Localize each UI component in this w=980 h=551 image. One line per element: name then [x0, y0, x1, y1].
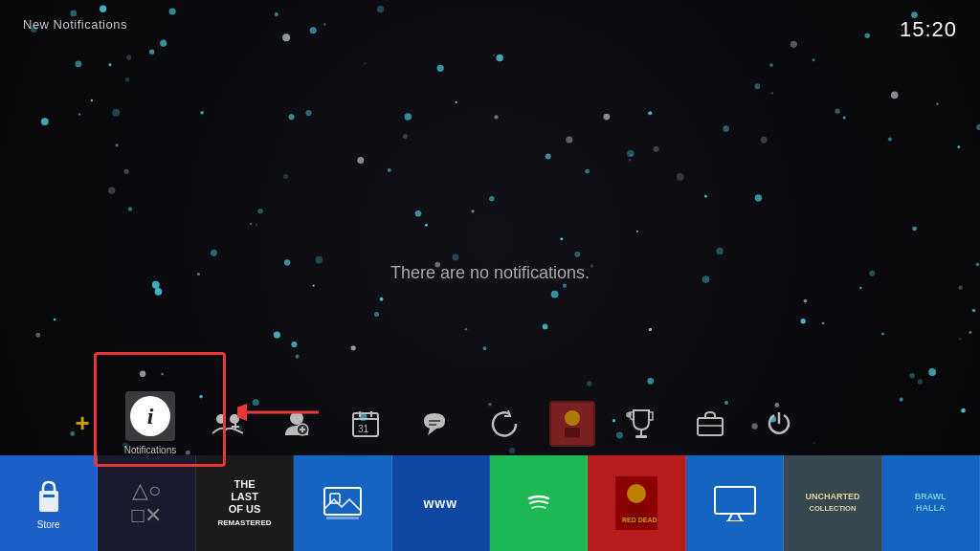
svg-rect-26 — [43, 495, 55, 497]
svg-rect-34 — [715, 487, 755, 514]
svg-rect-29 — [326, 517, 359, 519]
nav-item-trophy[interactable] — [607, 401, 676, 447]
app-tile-store[interactable]: Store — [0, 455, 98, 551]
svg-rect-22 — [698, 418, 723, 435]
brawlhalla-icon: BRAWLHALLA — [915, 492, 947, 514]
nav-item-calendar[interactable]: 31 — [331, 401, 400, 447]
www-icon: www — [423, 496, 457, 511]
spotify-icon — [518, 482, 560, 524]
ps-symbols-icon: △○□✕ — [131, 478, 161, 529]
svg-rect-21 — [635, 435, 647, 438]
tv-icon — [713, 485, 757, 521]
store-label: Store — [37, 519, 60, 530]
app-bar: Store △○□✕ THELASTOF USREMASTERED www — [0, 455, 980, 551]
messages-icon — [420, 409, 449, 438]
rdr2-icon: RED DEAD — [615, 476, 657, 530]
svg-rect-5 — [234, 423, 236, 430]
app-tile-tv[interactable] — [686, 455, 784, 551]
nav-item-back[interactable] — [469, 401, 538, 447]
svg-point-18 — [565, 410, 580, 426]
nav-item-power[interactable] — [745, 401, 813, 447]
app-tile-uncharted[interactable]: UNCHARTEDCOLLECTION — [784, 455, 881, 551]
back-icon — [489, 409, 518, 438]
app-tile-www[interactable]: www — [392, 455, 490, 551]
app-tile-tlou[interactable]: THELASTOF USREMASTERED — [196, 455, 294, 551]
no-notifications-message: There are no notifications. — [390, 263, 590, 283]
header: New Notifications 15:20 — [0, 0, 980, 59]
app-tile-psstore[interactable]: △○□✕ — [98, 455, 195, 551]
nav-item-tools[interactable] — [676, 401, 745, 447]
svg-point-30 — [520, 484, 558, 522]
arrow-indicator — [237, 388, 323, 436]
gallery-icon — [323, 486, 363, 520]
app-tile-brawlhalla[interactable]: BRAWLHALLA — [882, 455, 980, 551]
nav-item-messages[interactable] — [400, 401, 469, 447]
tlou-icon: THELASTOF USREMASTERED — [218, 478, 272, 529]
app-tile-gallery[interactable] — [294, 455, 391, 551]
svg-line-36 — [738, 514, 742, 521]
trophy-icon — [628, 408, 655, 439]
store-icon — [30, 477, 68, 516]
svg-text:31: 31 — [358, 424, 369, 434]
tools-icon — [696, 410, 724, 437]
highlight-box — [94, 352, 226, 467]
game-thumb-icon — [551, 403, 593, 445]
app-tile-rdr2[interactable]: RED DEAD — [588, 455, 685, 551]
new-notifications-label: New Notifications — [23, 17, 127, 32]
svg-rect-19 — [565, 428, 580, 437]
svg-text:RED DEAD: RED DEAD — [622, 517, 657, 523]
svg-rect-25 — [39, 491, 58, 512]
nav-item-game[interactable] — [538, 401, 607, 447]
uncharted-icon: UNCHARTEDCOLLECTION — [805, 492, 859, 514]
svg-point-32 — [627, 484, 646, 503]
calendar-icon: 31 — [351, 409, 380, 438]
psplus-icon: + — [75, 408, 89, 438]
power-icon — [766, 410, 792, 437]
app-tile-spotify[interactable] — [490, 455, 588, 551]
clock: 15:20 — [900, 17, 957, 42]
svg-line-35 — [728, 514, 732, 521]
